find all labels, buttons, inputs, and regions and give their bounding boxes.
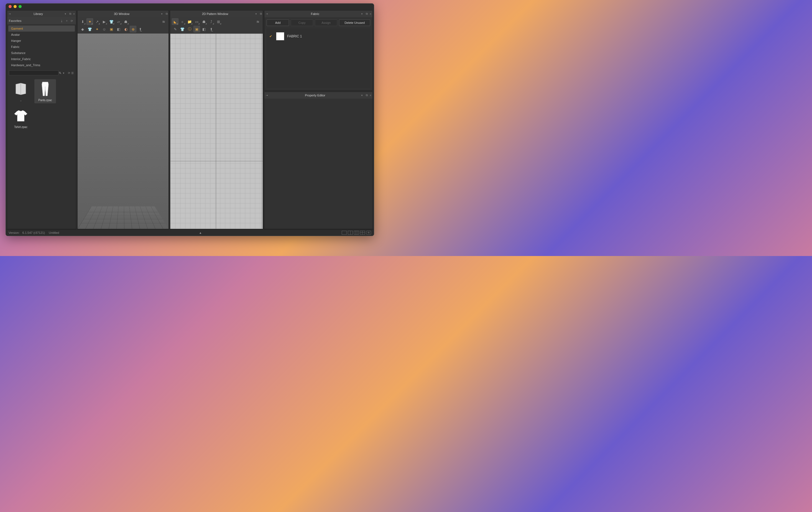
- file-item[interactable]: Pants.zpac: [34, 79, 56, 103]
- show-2d-texture-icon[interactable]: ▣: [194, 26, 200, 32]
- property-close-icon[interactable]: ×: [369, 94, 373, 97]
- file-item[interactable]: ..: [10, 79, 32, 103]
- maximize-window-button[interactable]: [19, 5, 22, 8]
- fabric-close-icon[interactable]: ×: [369, 12, 373, 16]
- edit-pattern-tool[interactable]: ◣: [172, 18, 178, 25]
- trace-tool[interactable]: ▭: [194, 18, 200, 25]
- category-item-hardware_and_trims[interactable]: Hardware_and_Trims: [8, 62, 75, 68]
- status-bar: Version: 6.1.547 (r37121) Untitled ▲ ⟲: [6, 229, 374, 236]
- 3d-floor-grid: [78, 206, 169, 229]
- titlebar: [6, 4, 374, 9]
- property-menu-dropdown[interactable]: ▼: [361, 94, 363, 97]
- show-particles-icon[interactable]: ✦: [94, 26, 100, 32]
- refresh-files-icon[interactable]: ⟳: [67, 70, 71, 76]
- show-grid-icon[interactable]: ⊕: [130, 26, 136, 32]
- fold-tool[interactable]: ▱: [115, 18, 122, 25]
- property-editor-body: [264, 99, 373, 229]
- layout-4-button[interactable]: [360, 231, 365, 235]
- 2d-popout-icon[interactable]: ⧉: [259, 12, 263, 16]
- layout-3-button[interactable]: [354, 231, 359, 235]
- 2d-menu-dropdown[interactable]: ▼: [255, 13, 257, 15]
- layers-icon[interactable]: ≋: [160, 18, 167, 25]
- 3d-menu-dropdown[interactable]: ▼: [161, 13, 163, 15]
- show-avatar-icon[interactable]: ☺: [101, 26, 108, 32]
- 2d-export-icon[interactable]: ⬆̲: [208, 26, 214, 32]
- export-icon[interactable]: ⬆̲: [137, 26, 144, 32]
- file-label: Tshirt.zpac: [14, 125, 27, 128]
- close-window-button[interactable]: [8, 5, 12, 8]
- add-fabric-button[interactable]: Add: [267, 20, 289, 26]
- statusbar-expand-icon[interactable]: ▲: [199, 231, 202, 234]
- file-label: Pants.zpac: [38, 99, 52, 102]
- garment-tool[interactable]: 👕: [108, 18, 115, 25]
- show-garment-icon[interactable]: ◆: [79, 26, 86, 32]
- category-item-fabric[interactable]: Fabric: [8, 44, 75, 50]
- property-pin-icon[interactable]: ⇥: [264, 94, 269, 97]
- download-icon[interactable]: ⭳: [59, 18, 64, 23]
- layout-reset-button[interactable]: ⟲: [366, 231, 371, 235]
- property-title: Property Editor: [269, 94, 361, 97]
- property-popout-icon[interactable]: ⧉: [365, 94, 369, 97]
- fabric-item[interactable]: ✔FABRIC 1: [268, 31, 369, 41]
- library-search-input[interactable]: [9, 70, 58, 76]
- fabric-menu-dropdown[interactable]: ▼: [361, 13, 363, 15]
- 2d-title: 2D Pattern Window: [175, 12, 255, 16]
- 3d-popout-icon[interactable]: ⧉: [165, 12, 169, 16]
- grid-tool[interactable]: ⊞: [215, 18, 222, 25]
- copy-fabric-button[interactable]: Copy: [291, 20, 313, 26]
- show-baseline-icon[interactable]: ◧: [201, 26, 207, 32]
- check-icon: ✔: [269, 34, 273, 38]
- pants-thumbnail: [38, 81, 52, 97]
- refresh-icon[interactable]: ⟳: [69, 18, 74, 23]
- fabric-popout-icon[interactable]: ⧉: [365, 12, 369, 16]
- category-item-avatar[interactable]: Avatar: [8, 32, 75, 38]
- sew-tool[interactable]: ⤴: [208, 18, 214, 25]
- 2d-toolbar: ◣ ⟐ 📁 ▭ ☗ ⤴ ⊞ ≋ ✎ 👕 ⓘ ▣: [170, 17, 263, 33]
- property-panel-header: ⇥ Property Editor ▼ ⧉ ×: [264, 92, 373, 99]
- show-skin-icon[interactable]: ◐: [122, 26, 129, 32]
- 3d-panel-header: 3D Window ▼ ⧉: [78, 10, 169, 17]
- delete-unused-button[interactable]: Delete Unused: [339, 20, 370, 26]
- select-move-tool[interactable]: ✦: [86, 18, 93, 25]
- avatar-tool[interactable]: ☗: [122, 18, 129, 25]
- minimize-window-button[interactable]: [13, 5, 17, 8]
- layout-1-button[interactable]: [342, 231, 347, 235]
- fabric-name: FABRIC 1: [287, 34, 302, 38]
- category-item-hanger[interactable]: Hanger: [8, 38, 75, 44]
- list-view-icon[interactable]: ☰: [71, 70, 75, 76]
- seam-tool[interactable]: ☗: [201, 18, 207, 25]
- show-texture-icon[interactable]: ▣: [108, 26, 115, 32]
- library-popout-icon[interactable]: ⧉: [68, 12, 72, 16]
- show-arrangement-icon[interactable]: ◧: [115, 26, 122, 32]
- search-icon[interactable]: 🔍︎: [58, 70, 62, 76]
- transform-tool[interactable]: ⟐: [179, 18, 186, 25]
- library-close-icon[interactable]: ×: [72, 12, 76, 16]
- show-info-icon[interactable]: ⓘ: [186, 26, 193, 32]
- filter-icon[interactable]: ▾: [62, 70, 66, 76]
- assign-fabric-button[interactable]: Assign: [315, 20, 337, 26]
- library-menu-dropdown[interactable]: ▼: [64, 13, 66, 15]
- 2d-layers-icon[interactable]: ≋: [254, 18, 261, 25]
- show-tshirt-icon[interactable]: 👕: [86, 26, 93, 32]
- arrange-tool[interactable]: ▶: [101, 18, 108, 25]
- layout-2-button[interactable]: [348, 231, 353, 235]
- category-item-garment[interactable]: Garment: [8, 26, 75, 32]
- pin-tool[interactable]: ↗: [94, 18, 100, 25]
- 3d-toolbar: ⬇ ✦ ↗ ▶ 👕 ▱ ☗ ≋ ◆ 👕 ✦ ☺: [78, 17, 169, 33]
- library-search-row: 🔍︎ ▾ ⟳ ☰: [7, 69, 76, 77]
- show-pattern-icon[interactable]: ✎: [172, 26, 178, 32]
- file-item[interactable]: Tshirt.zpac: [10, 106, 32, 130]
- 2d-viewport[interactable]: [170, 33, 263, 229]
- category-item-substance[interactable]: Substance: [8, 50, 75, 56]
- add-favorite-icon[interactable]: ＋: [64, 18, 69, 23]
- fabric-pin-icon[interactable]: ⇥: [264, 12, 269, 15]
- fabric-title: Fabric: [269, 12, 361, 16]
- simulate-tool[interactable]: ⬇: [79, 18, 86, 25]
- show-2d-garment-icon[interactable]: 👕: [179, 26, 186, 32]
- category-item-interior_fabric[interactable]: Interior_Fabric: [8, 56, 75, 62]
- favorites-header: Favorites ⭳ ＋ ⟳: [7, 17, 76, 24]
- pin-icon[interactable]: ⇥: [7, 12, 12, 15]
- folder-tool[interactable]: 📁: [186, 18, 193, 25]
- 3d-viewport[interactable]: [78, 33, 169, 229]
- file-label: ..: [20, 99, 22, 102]
